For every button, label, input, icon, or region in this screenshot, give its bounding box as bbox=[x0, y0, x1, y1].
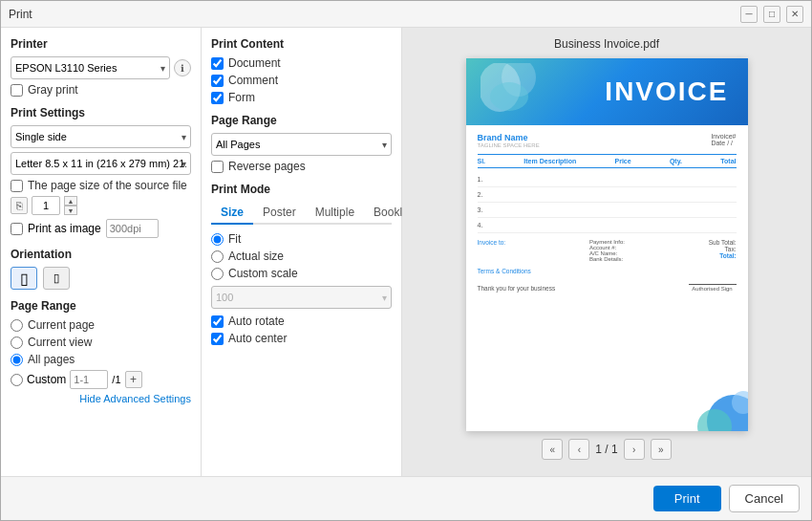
prev-page-button[interactable]: ‹ bbox=[568, 439, 589, 460]
comment-checkbox[interactable] bbox=[211, 75, 224, 87]
auto-rotate-row: Auto rotate bbox=[211, 315, 392, 328]
portrait-icon: ▯ bbox=[20, 270, 29, 288]
scale-input[interactable] bbox=[211, 286, 392, 309]
custom-scale-label: Custom scale bbox=[228, 267, 298, 280]
fit-radio[interactable] bbox=[211, 233, 224, 246]
single-side-dropdown[interactable]: Single side bbox=[11, 125, 191, 148]
custom-scale-radio[interactable] bbox=[211, 268, 224, 280]
source-page-row: The page size of the source file bbox=[11, 179, 191, 192]
invoice-to-section: Invoice to: bbox=[478, 239, 506, 246]
hide-advanced-link[interactable]: Hide Advanced Settings bbox=[11, 393, 191, 404]
custom-scale-row: Custom scale bbox=[211, 267, 392, 280]
gray-print-row: Gray print bbox=[11, 83, 191, 97]
source-page-label: The page size of the source file bbox=[28, 179, 187, 192]
portrait-button[interactable]: ▯ bbox=[11, 267, 37, 290]
scale-wrapper bbox=[211, 286, 392, 309]
paper-size-dropdown[interactable]: Letter 8.5 x 11 in (216 x 279 mm) 21.6 x bbox=[11, 152, 191, 175]
print-as-image-row: Print as image bbox=[11, 219, 191, 238]
all-pages-dropdown[interactable]: All Pages bbox=[211, 133, 392, 156]
dpi-input[interactable] bbox=[106, 219, 159, 238]
form-checkbox[interactable] bbox=[211, 92, 224, 104]
orientation-buttons: ▯ ▭ bbox=[11, 267, 191, 290]
print-dialog: Print ─ □ ✕ Printer EPSON L3110 Series ℹ… bbox=[0, 0, 812, 521]
current-page-radio[interactable] bbox=[11, 319, 23, 332]
custom-radio[interactable] bbox=[11, 374, 23, 386]
minimize-button[interactable]: ─ bbox=[740, 6, 758, 23]
auth-line bbox=[689, 284, 737, 285]
document-label: Document bbox=[228, 56, 281, 70]
invoice-blob-svg bbox=[481, 63, 547, 116]
auto-center-checkbox[interactable] bbox=[211, 333, 224, 345]
page-range-title: Page Range bbox=[11, 299, 191, 313]
print-button[interactable]: Print bbox=[653, 486, 721, 511]
close-button[interactable]: ✕ bbox=[786, 6, 803, 23]
paper-size-wrapper: Letter 8.5 x 11 in (216 x 279 mm) 21.6 x bbox=[11, 152, 191, 175]
add-range-button[interactable]: + bbox=[125, 371, 142, 388]
authorized-section: Authorised Sign bbox=[689, 276, 737, 292]
tab-poster[interactable]: Poster bbox=[253, 202, 306, 225]
copies-icon: ⎘ bbox=[11, 197, 28, 214]
middle-page-range-title: Page Range bbox=[211, 114, 392, 127]
slash-label: /1 bbox=[112, 374, 120, 385]
document-checkbox[interactable] bbox=[211, 57, 224, 70]
invoice-header: INVOICE bbox=[466, 58, 748, 125]
actual-size-row: Actual size bbox=[211, 250, 392, 263]
payment-info-section: Payment Info: Account #: A/C Name: Bank … bbox=[589, 239, 625, 262]
window-controls: ─ □ ✕ bbox=[740, 6, 803, 23]
print-mode-title: Print Mode bbox=[211, 183, 392, 196]
current-view-label: Current view bbox=[28, 336, 92, 349]
first-page-button[interactable]: « bbox=[542, 439, 563, 460]
actual-size-label: Actual size bbox=[228, 250, 284, 263]
last-page-button[interactable]: » bbox=[651, 439, 672, 460]
left-panel: Printer EPSON L3110 Series ℹ Gray print … bbox=[1, 28, 202, 476]
tab-size[interactable]: Size bbox=[211, 202, 253, 225]
print-mode-tabs: Size Poster Multiple Booklet bbox=[211, 202, 392, 225]
form-row: Form bbox=[211, 91, 392, 104]
preview-panel: Business Invoice.pdf INVOICE Brand Name bbox=[402, 28, 811, 476]
table-row: 4. bbox=[478, 218, 737, 233]
landscape-button[interactable]: ▭ bbox=[43, 267, 70, 290]
copies-input[interactable] bbox=[32, 196, 60, 215]
gray-print-checkbox[interactable] bbox=[11, 84, 23, 97]
printer-section-title: Printer bbox=[11, 37, 191, 51]
printer-dropdown-wrapper: EPSON L3110 Series bbox=[11, 56, 170, 79]
source-page-checkbox[interactable] bbox=[11, 180, 23, 192]
middle-panel: Print Content Document Comment Form Page… bbox=[202, 28, 402, 476]
custom-range-input[interactable] bbox=[70, 370, 108, 389]
tab-multiple[interactable]: Multiple bbox=[306, 202, 364, 225]
copies-spin-arrows: ▲ ▼ bbox=[64, 196, 77, 215]
fit-label: Fit bbox=[228, 232, 241, 246]
invoice-meta: Brand Name TAGLINE SPACE HERE Invoice# D… bbox=[478, 133, 737, 148]
table-row: 2. bbox=[478, 187, 737, 203]
bottom-section: Thank you for your business Authorised S… bbox=[478, 276, 737, 292]
current-page-label: Current page bbox=[28, 318, 95, 332]
actual-size-radio[interactable] bbox=[211, 250, 224, 263]
printer-info-button[interactable]: ℹ bbox=[174, 59, 191, 76]
print-as-image-checkbox[interactable] bbox=[11, 223, 23, 235]
next-page-button[interactable]: › bbox=[624, 439, 645, 460]
custom-label: Custom bbox=[27, 373, 66, 386]
fit-row: Fit bbox=[211, 232, 392, 246]
printer-selector-row: EPSON L3110 Series ℹ bbox=[11, 56, 191, 79]
auto-rotate-checkbox[interactable] bbox=[211, 315, 224, 328]
reverse-pages-row: Reverse pages bbox=[211, 160, 392, 173]
cancel-button[interactable]: Cancel bbox=[729, 485, 800, 512]
auto-center-row: Auto center bbox=[211, 332, 392, 345]
single-side-wrapper: Single side bbox=[11, 125, 191, 148]
current-view-radio[interactable] bbox=[11, 336, 23, 349]
all-pages-radio[interactable] bbox=[11, 354, 23, 366]
table-row: 3. bbox=[478, 203, 737, 218]
form-label: Form bbox=[228, 91, 255, 104]
totals-section: Sub Total: Tax: Total: bbox=[709, 239, 737, 259]
copies-down-arrow[interactable]: ▼ bbox=[64, 206, 77, 215]
copies-up-arrow[interactable]: ▲ bbox=[64, 196, 77, 206]
orientation-title: Orientation bbox=[11, 248, 191, 261]
terms-section: Terms & Conditions bbox=[478, 268, 737, 274]
maximize-button[interactable]: □ bbox=[763, 6, 780, 23]
window-title: Print bbox=[9, 8, 32, 21]
printer-dropdown[interactable]: EPSON L3110 Series bbox=[11, 56, 170, 79]
current-page-row: Current page bbox=[11, 318, 191, 332]
custom-range-row: Custom /1 + bbox=[11, 370, 191, 389]
copies-row: ⎘ ▲ ▼ bbox=[11, 196, 191, 215]
reverse-pages-checkbox[interactable] bbox=[211, 161, 224, 173]
